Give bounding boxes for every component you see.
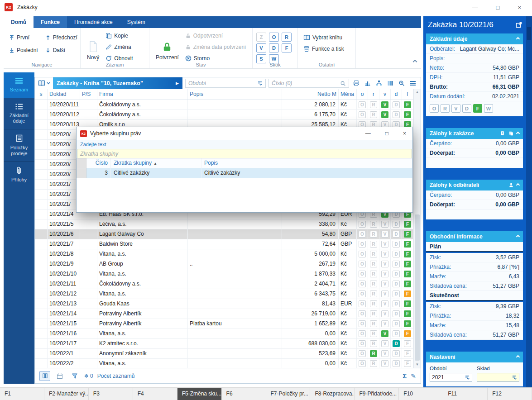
cell-s[interactable] — [35, 339, 48, 348]
new-button[interactable]: Nový — [84, 30, 102, 62]
cell-ps[interactable] — [80, 349, 97, 358]
fkey-f12[interactable]: F12 — [488, 388, 532, 400]
status-o-button[interactable]: O — [430, 104, 439, 113]
cell-mena[interactable]: Kč — [339, 339, 357, 348]
column-header-cislo[interactable]: Číslo — [86, 158, 111, 168]
cell-mena[interactable]: EUR — [339, 299, 357, 309]
fkey-f10[interactable]: F10 — [399, 388, 443, 400]
cell-doklad[interactable]: 10/2021/4 — [48, 210, 80, 219]
column-header[interactable]: v — [379, 89, 391, 100]
sidebar-item[interactable]: Přílohy — [4, 162, 34, 188]
scroll-up-icon[interactable]: ▲ — [414, 89, 421, 95]
change-button[interactable]: Změna — [104, 43, 134, 51]
cell-doklad[interactable]: 10/2021/11 — [48, 279, 80, 289]
chart-button[interactable] — [364, 80, 371, 86]
cell-doklad[interactable]: 10/2021/8 — [48, 249, 80, 259]
cell-mena[interactable]: Kč — [339, 319, 357, 329]
previous-button[interactable]: Předchozí — [43, 33, 79, 42]
panel-scrollbar-thumb[interactable] — [527, 27, 531, 40]
fkey-f6[interactable]: F6 — [222, 388, 266, 400]
cell-netto[interactable]: 54,80 — [282, 229, 339, 239]
columns-button[interactable] — [387, 80, 393, 86]
cell-doklad[interactable]: 10/2021/5 — [48, 219, 80, 229]
column-header[interactable]: Popis — [188, 89, 282, 100]
cell-ps[interactable] — [80, 100, 97, 110]
cell-s[interactable] — [35, 140, 48, 149]
cell-popis[interactable] — [188, 239, 282, 249]
next-button[interactable]: Další — [43, 46, 79, 54]
cell-doklad[interactable]: 10/2022/2 — [48, 359, 80, 368]
workflow-button[interactable] — [376, 80, 382, 86]
table-row[interactable]: 10/2021/12Vitana, a.s.6 343,75KčORVDF — [35, 289, 413, 299]
cell-mena[interactable]: Kč — [339, 219, 357, 229]
cell-firma[interactable]: Lagant Galway Co — [97, 229, 188, 239]
sum-button[interactable]: Σ — [403, 372, 407, 380]
status-r-button[interactable]: R — [441, 104, 450, 113]
cell-s[interactable] — [35, 130, 48, 139]
minimize-button[interactable]: — — [472, 4, 478, 11]
fkey-f11[interactable]: F11 — [443, 388, 488, 400]
dialog-close-button[interactable]: × — [403, 130, 406, 137]
cell-firma[interactable]: Čokoládovny a.s. — [97, 100, 188, 110]
cell-s[interactable] — [35, 359, 48, 368]
edit-button[interactable]: ✎ — [411, 372, 416, 380]
cell-popis[interactable] — [188, 289, 282, 299]
cell-popis[interactable] — [188, 249, 282, 259]
cell-netto[interactable]: 26 719,00 — [282, 309, 339, 319]
cell-doklad[interactable]: 10/2020/113 — [48, 120, 80, 129]
column-header-popis[interactable]: Popis — [201, 158, 412, 168]
period-filter-combo[interactable]: Období — [185, 79, 266, 88]
section-header-nastaveni[interactable]: Nastavení — [426, 352, 523, 362]
skok-f-button[interactable]: F — [282, 43, 292, 52]
cell-doklad[interactable]: 10/2021/15 — [48, 319, 80, 329]
column-header[interactable]: r — [368, 89, 379, 100]
fkey-f3[interactable]: F3 — [89, 388, 133, 400]
cell-ps[interactable] — [80, 249, 97, 259]
cell-ps[interactable] — [80, 329, 97, 338]
cell-s[interactable] — [35, 319, 48, 329]
cell-mena[interactable]: Kč — [339, 279, 357, 289]
cell-doklad[interactable]: 10/2021/17 — [48, 339, 80, 348]
cell-cislo[interactable]: 3 — [86, 168, 111, 178]
cell-popis[interactable]: Citlivé zakázky — [201, 168, 412, 178]
cell-mena[interactable]: GBP — [339, 229, 357, 239]
fkey-f4[interactable]: F4 — [133, 388, 177, 400]
scrollbar-thumb[interactable] — [415, 214, 420, 361]
frozen-filter-indicator[interactable]: ❄0 — [84, 373, 93, 379]
cell-s[interactable] — [35, 279, 48, 289]
cell-popis[interactable] — [188, 100, 282, 110]
cell-popis[interactable]: .. — [188, 259, 282, 269]
cell-ps[interactable] — [80, 259, 97, 269]
cell-popis[interactable] — [188, 339, 282, 348]
document-icon[interactable] — [500, 131, 506, 136]
ribbon-tab[interactable]: Domů — [4, 16, 34, 28]
close-button[interactable]: × — [518, 4, 521, 11]
fkey-f8[interactable]: F8-Rozpracova... — [310, 388, 355, 400]
table-row[interactable]: 10/2021/6Lagant Galway Co54,80GBPORVDF — [35, 229, 413, 239]
cell-doklad[interactable]: 10/2020/ — [48, 150, 80, 159]
cell-netto[interactable]: 523,69 — [282, 349, 339, 358]
cell-netto[interactable]: 72,64 — [282, 239, 339, 249]
cell-s[interactable] — [35, 289, 48, 299]
cell-s[interactable] — [35, 200, 48, 209]
cell-mena[interactable]: Kč — [339, 329, 357, 338]
ribbon-tab[interactable]: Systém — [120, 16, 153, 28]
cell-mena[interactable]: Kč — [339, 259, 357, 269]
cell-ps[interactable] — [80, 229, 97, 239]
settings-search-button[interactable] — [398, 80, 405, 86]
cell-firma[interactable]: Vitana, a.s. — [97, 269, 188, 279]
cell-ps[interactable] — [80, 219, 97, 229]
cell-s[interactable] — [35, 299, 48, 309]
cell-ps[interactable] — [80, 359, 97, 368]
cell-popis[interactable] — [188, 309, 282, 319]
cell-s[interactable] — [35, 120, 48, 129]
cell-s[interactable] — [35, 100, 48, 110]
table-row[interactable]: 10/2022/2Vitana, a.s.0,00KčORVDF — [35, 359, 413, 369]
skok-r-button[interactable]: R — [282, 33, 292, 42]
filter-button[interactable] — [69, 371, 80, 381]
cell-doklad[interactable]: 10/2020/ — [48, 160, 80, 169]
cell-mena[interactable]: Kč — [339, 359, 357, 368]
book-selector-button[interactable] — [35, 77, 53, 89]
cell-doklad[interactable]: 10/2020/112 — [48, 110, 80, 119]
confirm-button[interactable]: Potvrzení — [153, 30, 182, 62]
